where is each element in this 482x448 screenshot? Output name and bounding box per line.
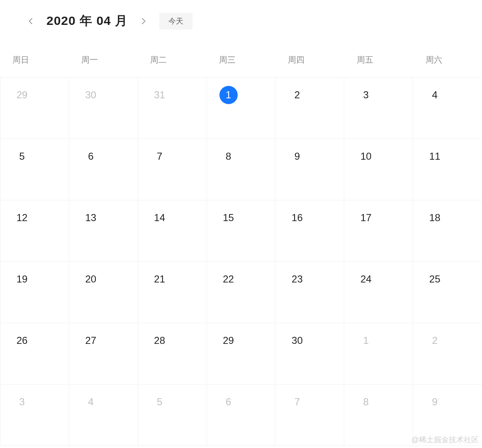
- day-number: 18: [426, 209, 444, 227]
- day-number: 29: [13, 86, 31, 104]
- day-cell[interactable]: 29: [207, 323, 276, 385]
- day-number: 11: [426, 147, 444, 166]
- day-cell[interactable]: 25: [413, 262, 482, 323]
- day-cell[interactable]: 13: [69, 200, 138, 262]
- day-cell[interactable]: 17: [344, 200, 413, 262]
- day-number: 5: [151, 393, 169, 411]
- day-number: 26: [13, 331, 31, 350]
- day-number: 19: [13, 270, 31, 288]
- day-number: 6: [219, 393, 238, 411]
- day-cell[interactable]: 24: [344, 262, 413, 323]
- day-cell[interactable]: 8: [207, 139, 276, 200]
- month-title: 2020 年 04 月: [46, 12, 128, 29]
- day-number: 28: [151, 331, 169, 350]
- day-number: 9: [288, 147, 306, 166]
- day-cell[interactable]: 5: [138, 385, 207, 446]
- day-cell[interactable]: 2: [275, 78, 344, 139]
- calendar-header: 2020 年 04 月 今天: [0, 0, 482, 38]
- day-cell[interactable]: 15: [207, 200, 276, 262]
- day-cell[interactable]: 30: [69, 78, 138, 139]
- chevron-right-icon: [141, 18, 146, 24]
- day-cell[interactable]: 3: [0, 385, 69, 446]
- prev-month-button[interactable]: [25, 15, 37, 27]
- day-number: 14: [151, 209, 169, 227]
- day-cell[interactable]: 6: [69, 139, 138, 200]
- day-cell[interactable]: 7: [138, 139, 207, 200]
- day-cell[interactable]: 10: [344, 139, 413, 200]
- day-number: 10: [357, 147, 375, 166]
- day-number: 6: [82, 147, 100, 166]
- weekday-fri: 周五: [344, 54, 413, 66]
- today-button[interactable]: 今天: [159, 13, 192, 29]
- day-number: 13: [82, 209, 100, 227]
- day-number: 30: [288, 331, 306, 350]
- day-cell[interactable]: 9: [275, 139, 344, 200]
- day-number: 12: [13, 209, 31, 227]
- day-number: 4: [426, 86, 444, 104]
- day-cell[interactable]: 22: [207, 262, 276, 323]
- day-cell[interactable]: 1: [207, 78, 276, 139]
- day-number: 3: [13, 393, 31, 411]
- day-cell[interactable]: 20: [69, 262, 138, 323]
- day-cell[interactable]: 26: [0, 323, 69, 385]
- weekday-thu: 周四: [275, 54, 344, 66]
- day-number: 9: [426, 393, 444, 411]
- day-number: 2: [426, 331, 444, 350]
- weekday-tue: 周二: [138, 54, 207, 66]
- calendar-grid: 2930311234567891011121314151617181920212…: [0, 77, 482, 446]
- day-cell[interactable]: 30: [275, 323, 344, 385]
- day-number: 7: [151, 147, 169, 166]
- weekday-sat: 周六: [413, 54, 482, 66]
- day-cell[interactable]: 19: [0, 262, 69, 323]
- watermark: @稀土掘金技术社区: [411, 435, 479, 445]
- day-number: 4: [82, 393, 100, 411]
- day-number: 25: [426, 270, 444, 288]
- day-cell[interactable]: 2: [413, 323, 482, 385]
- day-cell[interactable]: 8: [344, 385, 413, 446]
- day-cell[interactable]: 3: [344, 78, 413, 139]
- day-cell[interactable]: 11: [413, 139, 482, 200]
- day-cell[interactable]: 28: [138, 323, 207, 385]
- chevron-left-icon: [29, 18, 33, 24]
- day-cell[interactable]: 14: [138, 200, 207, 262]
- day-number: 1: [219, 86, 238, 104]
- day-number: 7: [288, 393, 306, 411]
- day-cell[interactable]: 16: [275, 200, 344, 262]
- day-cell[interactable]: 18: [413, 200, 482, 262]
- day-cell[interactable]: 6: [207, 385, 276, 446]
- day-number: 1: [357, 331, 375, 350]
- weekday-sun: 周日: [0, 54, 69, 66]
- day-cell[interactable]: 4: [69, 385, 138, 446]
- day-number: 20: [82, 270, 100, 288]
- day-number: 27: [82, 331, 100, 350]
- day-number: 15: [219, 209, 238, 227]
- day-number: 24: [357, 270, 375, 288]
- day-number: 8: [357, 393, 375, 411]
- day-cell[interactable]: 1: [344, 323, 413, 385]
- day-cell[interactable]: 5: [0, 139, 69, 200]
- day-cell[interactable]: 29: [0, 78, 69, 139]
- weekday-row: 周日 周一 周二 周三 周四 周五 周六: [0, 38, 482, 77]
- day-number: 30: [82, 86, 100, 104]
- next-month-button[interactable]: [138, 15, 149, 27]
- day-number: 29: [219, 331, 238, 350]
- day-cell[interactable]: 7: [275, 385, 344, 446]
- calendar: 2020 年 04 月 今天 周日 周一 周二 周三 周四 周五 周六 2930…: [0, 0, 482, 446]
- day-number: 21: [151, 270, 169, 288]
- day-number: 5: [13, 147, 31, 166]
- day-number: 16: [288, 209, 306, 227]
- day-cell[interactable]: 4: [413, 78, 482, 139]
- day-cell[interactable]: 21: [138, 262, 207, 323]
- day-cell[interactable]: 31: [138, 78, 207, 139]
- weekday-wed: 周三: [207, 54, 275, 66]
- weekday-mon: 周一: [69, 54, 138, 66]
- day-number: 2: [288, 86, 306, 104]
- day-cell[interactable]: 12: [0, 200, 69, 262]
- day-cell[interactable]: 27: [69, 323, 138, 385]
- day-number: 8: [219, 147, 238, 166]
- day-cell[interactable]: 23: [275, 262, 344, 323]
- day-number: 23: [288, 270, 306, 288]
- day-number: 17: [357, 209, 375, 227]
- day-number: 31: [151, 86, 169, 104]
- day-number: 3: [357, 86, 375, 104]
